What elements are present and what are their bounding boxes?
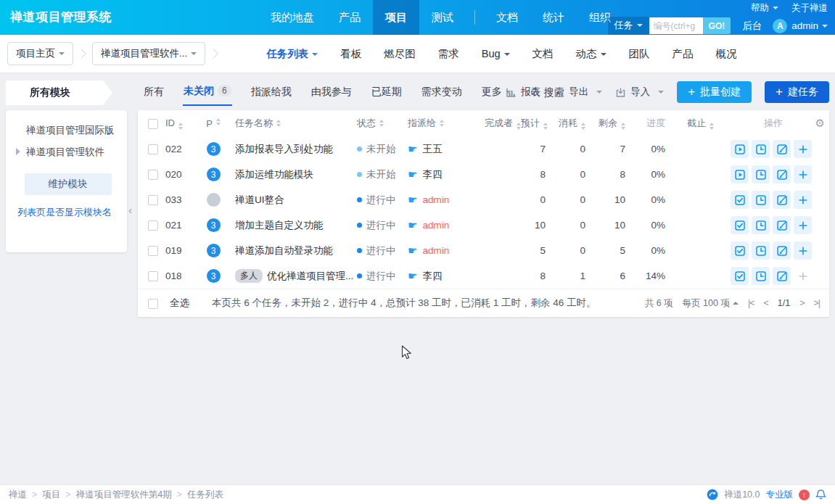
sidebar-collapse-icon[interactable]: ‹ [128,204,132,216]
maintain-module-button[interactable]: 维护模块 [25,173,112,195]
assignee-name[interactable]: 王五 [422,143,442,156]
col-priority-header[interactable]: P [197,118,229,129]
edit-task-button[interactable] [773,241,791,260]
record-task-button[interactable] [752,241,770,260]
top-menu-product[interactable]: 产品 [326,0,373,35]
assign-hand-icon[interactable]: ☛ [408,244,417,257]
filter-all[interactable]: 所有 [143,80,165,105]
export-dropdown[interactable]: 导出 [554,86,602,99]
row-checkbox[interactable] [148,246,158,256]
plus-task-button[interactable] [794,191,812,209]
prev-page-button[interactable]: < [763,298,768,308]
footer-breadcrumb-task-list[interactable]: 任务列表 [187,489,223,501]
about-link[interactable]: 关于禅道 [791,2,828,15]
finish-task-button[interactable] [731,241,749,260]
finish-task-button[interactable] [731,191,749,209]
plus-task-button[interactable] [794,241,812,260]
select-all-label[interactable]: 全选 [170,297,189,310]
filter-delayed[interactable]: 已延期 [371,80,403,105]
backend-link[interactable]: 后台 [742,20,762,33]
task-name[interactable]: 添加报表导入到处功能 [235,143,333,156]
filter-involved[interactable]: 由我参与 [310,80,353,105]
project-home-dropdown[interactable]: 项目主页 [7,42,73,65]
help-menu[interactable]: 帮助 [751,2,778,15]
start-task-button[interactable] [731,165,749,183]
task-name[interactable]: 优化禅道项目管理... [267,270,353,283]
tab-story[interactable]: 需求 [438,47,459,61]
task-name[interactable]: 禅道UI整合 [235,194,284,207]
gear-icon[interactable]: ⚙ [815,117,825,130]
assign-hand-icon[interactable]: ☛ [408,194,417,207]
col-estimate-header[interactable]: 预计 [521,117,553,130]
start-task-button[interactable] [731,140,749,158]
record-task-button[interactable] [752,140,770,158]
assignee-name[interactable]: admin [422,245,449,256]
top-menu-my[interactable]: 我的地盘 [258,0,326,35]
top-menu-stats[interactable]: 统计 [530,0,577,35]
select-all-checkbox[interactable] [148,119,158,129]
top-menu-test[interactable]: 测试 [419,0,466,35]
plus-task-button[interactable] [794,140,812,158]
row-checkbox[interactable] [148,170,158,180]
filter-story-changed[interactable]: 需求变动 [421,80,463,105]
footer-breadcrumb-project-name[interactable]: 禅道项目管理软件第4期 [76,489,172,501]
plus-task-button[interactable] [794,165,812,183]
report-button[interactable]: 报表 [506,86,540,99]
assignee-name[interactable]: admin [422,220,449,231]
task-name[interactable]: 增加主题自定义功能 [235,219,324,232]
assign-hand-icon[interactable]: ☛ [408,270,417,283]
plus-task-button[interactable] [794,216,812,234]
col-assignee-header[interactable]: 指派给 [408,117,485,130]
assign-hand-icon[interactable]: ☛ [408,168,417,181]
col-consumed-header[interactable]: 消耗 [553,117,593,130]
task-name[interactable]: 添加运维功能模块 [235,168,313,181]
toggle-module-name-link[interactable]: 列表页是否显示模块名 [16,206,120,219]
footer-breadcrumb-zentao[interactable]: 禅道 [9,489,27,501]
edition-link[interactable]: 专业版 [766,489,794,501]
tab-kanban[interactable]: 看板 [340,47,361,61]
assign-hand-icon[interactable]: ☛ [408,219,417,232]
top-menu-project[interactable]: 项目 [373,0,419,35]
update-badge[interactable]: ↑ [799,489,810,500]
col-id-header[interactable]: ID [165,117,197,130]
per-page-dropdown[interactable]: 每页 100 项 [683,297,739,310]
tab-doc[interactable]: 文档 [532,47,554,61]
batch-create-button[interactable]: +批量创建 [677,81,752,103]
finish-task-button[interactable] [731,216,749,234]
project-select-dropdown[interactable]: 禅道项目管理软件... [92,42,205,65]
sidebar-item-software[interactable]: 禅道项目管理软件 [16,144,120,160]
assignee-name[interactable]: 李四 [422,270,442,283]
tab-burndown[interactable]: 燃尽图 [384,47,416,61]
edit-task-button[interactable] [773,191,791,209]
select-all-checkbox[interactable] [148,299,158,309]
record-task-button[interactable] [752,216,770,234]
create-task-button[interactable]: +建任务 [765,81,829,103]
col-name-header[interactable]: 任务名称 [229,117,354,130]
filter-assigned-to-me[interactable]: 指派给我 [250,80,292,105]
row-checkbox[interactable] [148,220,158,231]
record-task-button[interactable] [752,165,770,183]
first-page-button[interactable]: |< [748,298,754,308]
assignee-name[interactable]: admin [422,194,449,205]
edit-task-button[interactable] [773,140,791,158]
avatar[interactable]: A [773,19,787,33]
import-dropdown[interactable]: 导入 [615,86,664,99]
filter-unclosed[interactable]: 未关闭6 [183,80,232,106]
tab-bug[interactable]: Bug [482,48,510,59]
record-task-button[interactable] [752,191,770,209]
edit-task-button[interactable] [773,267,791,285]
search-type-dropdown[interactable]: 任务 [608,17,649,35]
tab-task-list[interactable]: 任务列表 [266,47,318,61]
go-button[interactable]: GO! [703,17,731,34]
finish-task-button[interactable] [731,267,749,285]
sidebar-item-intl[interactable]: 禅道项目管理国际版 [16,123,120,138]
tab-team[interactable]: 团队 [629,47,650,61]
edit-task-button[interactable] [773,165,791,183]
top-menu-doc[interactable]: 文档 [484,0,530,35]
task-name[interactable]: 禅道添加自动登录功能 [235,244,333,257]
col-finisher-header[interactable]: 完成者 [485,117,521,130]
user-menu[interactable]: admin [791,20,828,31]
last-page-button[interactable]: >| [813,298,820,308]
assignee-name[interactable]: 李四 [422,168,442,181]
all-modules-header[interactable]: 所有模块 [6,80,112,105]
